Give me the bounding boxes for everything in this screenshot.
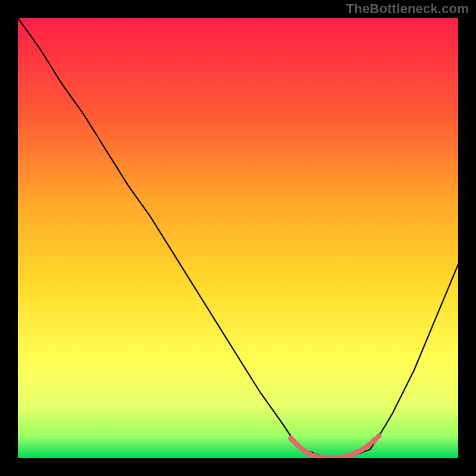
watermark-text: TheBottleneck.com (346, 1, 469, 17)
bottleneck-chart (18, 18, 458, 458)
gradient-bg (18, 18, 458, 458)
chart-frame: TheBottleneck.com (0, 0, 476, 476)
